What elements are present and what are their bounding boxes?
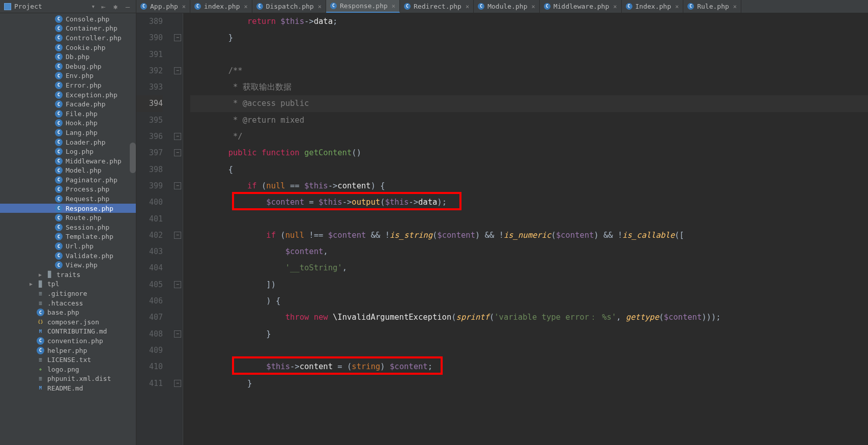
fold-toggle-icon[interactable]: − [174, 232, 181, 239]
code-line-406[interactable]: ) { [190, 293, 868, 309]
tree-item-url-php[interactable]: CUrl.php [0, 241, 136, 251]
code-editor[interactable]: 3893903913923933943953963973983994004014… [136, 13, 868, 445]
fold-toggle-icon[interactable]: − [174, 67, 181, 74]
tree-item-log-php[interactable]: CLog.php [0, 147, 136, 156]
tree-item-process-php[interactable]: CProcess.php [0, 185, 136, 194]
tree-item-facade-php[interactable]: CFacade.php [0, 99, 136, 109]
tree-item-composer-json[interactable]: {}composer.json [0, 317, 136, 327]
fold-toggle-icon[interactable]: − [174, 34, 181, 41]
tree-item-paginator-php[interactable]: CPaginator.php [0, 175, 136, 185]
expand-arrow-icon[interactable]: ▶ [30, 281, 36, 287]
tree-item-env-php[interactable]: CEnv.php [0, 71, 136, 81]
code-line-410[interactable]: $this->content = (string) $content; [190, 358, 868, 375]
minimize-icon[interactable]: — [124, 3, 132, 11]
code-content[interactable]: return $this->data; } /** * 获取输出数据 * @ac… [183, 13, 868, 445]
fold-toggle-icon[interactable]: − [174, 281, 181, 288]
sidebar-scrollbar[interactable] [130, 143, 136, 173]
code-line-411[interactable]: } [190, 375, 868, 392]
close-icon[interactable]: × [675, 3, 679, 10]
tree-item-container-php[interactable]: CContainer.php [0, 24, 136, 34]
project-tree[interactable]: CConsole.phpCContainer.phpCController.ph… [0, 13, 136, 445]
code-line-398[interactable]: { [190, 161, 868, 178]
tree-item-route-php[interactable]: CRoute.php [0, 213, 136, 222]
code-line-391[interactable] [190, 46, 868, 63]
code-line-395[interactable]: * @return mixed [190, 112, 868, 128]
close-icon[interactable]: × [244, 3, 247, 10]
tree-item-file-php[interactable]: CFile.php [0, 109, 136, 119]
fold-column[interactable]: −−−−−−−−− [173, 13, 183, 445]
code-line-408[interactable]: } [190, 326, 868, 342]
gear-icon[interactable]: ✱ [111, 3, 120, 11]
tree-item-convention-php[interactable]: Cconvention.php [0, 336, 136, 346]
tree-item-template-php[interactable]: CTemplate.php [0, 232, 136, 242]
tree-item-cookie-php[interactable]: CCookie.php [0, 43, 136, 52]
sidebar-title[interactable]: Project [14, 3, 89, 10]
tree-item-error-php[interactable]: CError.php [0, 80, 136, 90]
tree-item-logo-png[interactable]: ◆logo.png [0, 365, 136, 374]
tree-item-db-php[interactable]: CDb.php [0, 52, 136, 62]
tree-item-helper-php[interactable]: Chelper.php [0, 346, 136, 355]
code-line-405[interactable]: ]) [190, 276, 868, 293]
tab-dispatch-php[interactable]: CDispatch.php× [252, 0, 326, 13]
tree-item-base-php[interactable]: Cbase.php [0, 308, 136, 317]
tree-item-exception-php[interactable]: CException.php [0, 90, 136, 100]
code-line-400[interactable]: $content = $this->output($this->data); [190, 194, 868, 210]
tree-item--htaccess[interactable]: ≡.htaccess [0, 298, 136, 308]
fold-toggle-icon[interactable]: − [174, 330, 181, 338]
code-line-404[interactable]: '__toString', [190, 260, 868, 276]
code-line-394[interactable]: * @access public [190, 95, 868, 112]
code-line-401[interactable] [190, 211, 868, 227]
code-line-407[interactable]: throw new \InvalidArgumentException(spri… [190, 309, 868, 325]
tab-rule-php[interactable]: CRule.php× [683, 0, 741, 13]
tab-response-php[interactable]: CResponse.php× [326, 0, 400, 13]
close-icon[interactable]: × [466, 3, 469, 10]
code-line-399[interactable]: if (null == $this->content) { [190, 178, 868, 194]
tab-index-php[interactable]: Cindex.php× [190, 0, 252, 13]
tree-item-session-php[interactable]: CSession.php [0, 222, 136, 232]
expand-arrow-icon[interactable]: ▶ [39, 272, 45, 277]
tab-middleware-php[interactable]: CMiddleware.php× [540, 0, 622, 13]
tree-item-model-php[interactable]: CModel.php [0, 166, 136, 176]
tree-item-loader-php[interactable]: CLoader.php [0, 137, 136, 147]
close-icon[interactable]: × [182, 3, 186, 10]
code-line-396[interactable]: */ [190, 128, 868, 145]
close-icon[interactable]: × [733, 3, 737, 10]
code-line-393[interactable]: * 获取输出数据 [190, 79, 868, 95]
tree-item-console-php[interactable]: CConsole.php [0, 14, 136, 24]
tree-item-phpunit-xml-dist[interactable]: ≡phpunit.xml.dist [0, 374, 136, 384]
code-line-403[interactable]: $content, [190, 243, 868, 260]
code-line-392[interactable]: /** [190, 63, 868, 79]
tab-module-php[interactable]: CModule.php× [474, 0, 540, 13]
close-icon[interactable]: × [318, 3, 322, 10]
close-icon[interactable]: × [531, 3, 535, 10]
code-line-390[interactable]: } [190, 30, 868, 46]
tree-item-middleware-php[interactable]: CMiddleware.php [0, 156, 136, 166]
tree-item-lang-php[interactable]: CLang.php [0, 128, 136, 137]
tab-app-php[interactable]: CApp.php× [136, 0, 190, 13]
tree-item-validate-php[interactable]: CValidate.php [0, 251, 136, 261]
code-line-409[interactable] [190, 342, 868, 358]
tree-item-request-php[interactable]: CRequest.php [0, 194, 136, 204]
fold-toggle-icon[interactable]: − [174, 182, 181, 189]
tree-item-readme-md[interactable]: MREADME.md [0, 383, 136, 393]
tree-item-contributing-md[interactable]: MCONTRIBUTING.md [0, 327, 136, 337]
tab-index-php[interactable]: CIndex.php× [622, 0, 684, 13]
close-icon[interactable]: × [613, 3, 617, 10]
close-icon[interactable]: × [392, 3, 395, 10]
tree-item-traits[interactable]: ▶▉traits [0, 270, 136, 280]
tree-item-response-php[interactable]: CResponse.php [0, 204, 136, 213]
tree-item-controller-php[interactable]: CController.php [0, 33, 136, 43]
tree-item-hook-php[interactable]: CHook.php [0, 119, 136, 128]
tree-item-debug-php[interactable]: CDebug.php [0, 62, 136, 71]
fold-toggle-icon[interactable]: − [174, 133, 181, 140]
tree-item-view-php[interactable]: CView.php [0, 260, 136, 270]
tree-item--gitignore[interactable]: ≡.gitignore [0, 289, 136, 298]
code-line-402[interactable]: if (null !== $content && !is_string($con… [190, 227, 868, 243]
fold-toggle-icon[interactable]: − [174, 380, 181, 387]
tree-item-license-txt[interactable]: ≡LICENSE.txt [0, 355, 136, 365]
code-line-397[interactable]: public function getContent() [190, 145, 868, 161]
collapse-icon[interactable]: ⇤ [99, 3, 107, 11]
fold-toggle-icon[interactable]: − [174, 149, 181, 156]
tree-item-tpl[interactable]: ▶▉tpl [0, 280, 136, 289]
dropdown-arrow-icon[interactable]: ▾ [91, 3, 95, 10]
